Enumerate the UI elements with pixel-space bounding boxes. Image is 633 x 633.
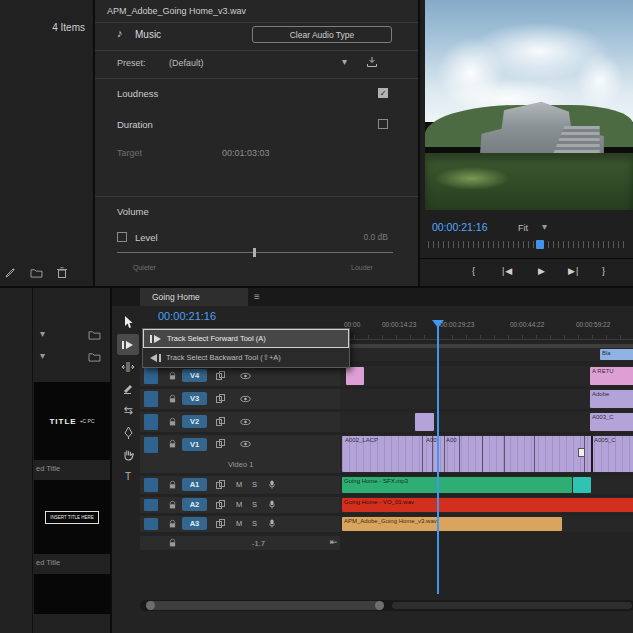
source-patch-v1[interactable] bbox=[144, 437, 158, 453]
delete-trash-icon[interactable] bbox=[57, 267, 67, 278]
program-playhead-marker[interactable] bbox=[536, 240, 544, 249]
sync-lock-icon[interactable] bbox=[216, 371, 225, 380]
zoom-handle-right[interactable] bbox=[375, 601, 384, 610]
tool-track-select-forward[interactable] bbox=[117, 334, 139, 355]
clip-a1-sting[interactable] bbox=[573, 477, 591, 493]
loudness-checkbox[interactable]: ✓ bbox=[378, 88, 388, 98]
sync-lock-icon[interactable] bbox=[216, 417, 225, 426]
title-template-thumbnail-2[interactable]: INSERT TITLE HERE bbox=[34, 480, 110, 554]
preset-chevron-down-icon[interactable]: ▾ bbox=[342, 56, 347, 67]
preset-value[interactable]: (Default) bbox=[169, 58, 204, 68]
flyout-item-track-select-backward[interactable]: Track Select Backward Tool (⇧+A) bbox=[143, 348, 349, 367]
filter2-chevron-down-icon[interactable]: ▾ bbox=[40, 350, 45, 361]
source-patch-a3[interactable] bbox=[144, 518, 158, 530]
tool-pen[interactable] bbox=[117, 422, 139, 443]
tool-selection[interactable] bbox=[117, 312, 139, 333]
tool-hand[interactable] bbox=[117, 444, 139, 465]
source-patch-v4[interactable] bbox=[144, 368, 158, 384]
source-patch-a2[interactable] bbox=[144, 499, 158, 511]
mark-out-button[interactable]: } bbox=[602, 266, 606, 276]
new-bin-folder-icon[interactable] bbox=[30, 268, 43, 278]
clear-audio-type-button[interactable]: Clear Audio Type bbox=[252, 26, 392, 43]
playhead-caret[interactable] bbox=[432, 320, 444, 328]
clip-black-video[interactable]: Bla bbox=[600, 349, 633, 360]
lock-icon[interactable] bbox=[168, 500, 177, 510]
clip-a2-vo[interactable]: Going Home - VO_01.wav bbox=[342, 498, 633, 512]
step-back-button[interactable]: |◀ bbox=[502, 266, 513, 276]
tool-type[interactable]: T bbox=[117, 466, 139, 487]
panel-menu-icon[interactable]: ≡ bbox=[254, 291, 260, 302]
solo-button[interactable]: S bbox=[252, 480, 257, 489]
filter-chevron-down-icon[interactable]: ▾ bbox=[40, 328, 45, 339]
program-scrubber[interactable] bbox=[428, 241, 626, 248]
lock-icon[interactable] bbox=[168, 480, 177, 490]
lock-icon[interactable] bbox=[168, 394, 177, 404]
marker-in-icon[interactable]: ⇤ bbox=[330, 537, 338, 547]
level-slider-handle[interactable] bbox=[253, 248, 256, 257]
clip-a1-sfx[interactable]: Going Home - SFX.mp3 bbox=[342, 477, 572, 493]
clip-v2-right[interactable]: A003_C bbox=[590, 413, 633, 431]
mic-icon[interactable] bbox=[268, 518, 276, 529]
title-template-thumbnail-1[interactable]: TITLE +C PC bbox=[34, 382, 110, 460]
timeline-zoom-scrollbar-thumb[interactable] bbox=[146, 601, 384, 610]
sync-lock-icon[interactable] bbox=[216, 480, 225, 489]
clip-a3-music[interactable]: APM_Adobe_Going Home_v3.wav bbox=[342, 517, 562, 531]
browse2-folder-icon[interactable] bbox=[88, 352, 101, 362]
title-template-thumbnail-3[interactable] bbox=[34, 574, 110, 614]
solo-button[interactable]: S bbox=[252, 500, 257, 509]
sync-lock-icon[interactable] bbox=[216, 519, 225, 528]
mute-button[interactable]: M bbox=[236, 500, 242, 509]
mark-in-button[interactable]: { bbox=[472, 266, 476, 276]
track-target-v1[interactable]: V1 bbox=[182, 438, 207, 451]
mic-icon[interactable] bbox=[268, 499, 276, 510]
save-preset-icon[interactable] bbox=[366, 56, 378, 68]
timeline-ruler[interactable]: 00:00 00:00:14:23 00:00:29:23 00:00:44:2… bbox=[340, 318, 633, 340]
step-forward-button[interactable]: ▶| bbox=[568, 266, 579, 276]
new-item-pen-icon[interactable] bbox=[5, 267, 16, 278]
program-timecode[interactable]: 00:00:21:16 bbox=[432, 221, 487, 233]
mute-button[interactable]: M bbox=[236, 519, 242, 528]
eye-icon[interactable] bbox=[240, 372, 251, 380]
flyout-item-track-select-forward[interactable]: Track Select Forward Tool (A) bbox=[143, 329, 349, 348]
timeline-scrollbar-secondary[interactable] bbox=[392, 602, 632, 609]
timeline-timecode[interactable]: 00:00:21:16 bbox=[158, 310, 216, 322]
sync-lock-icon[interactable] bbox=[216, 394, 225, 403]
lock-icon[interactable] bbox=[168, 538, 177, 548]
track-target-a3[interactable]: A3 bbox=[182, 517, 207, 530]
clip-v4-left[interactable] bbox=[346, 367, 364, 385]
track-target-v3[interactable]: V3 bbox=[182, 392, 207, 405]
sequence-tab[interactable]: Going Home bbox=[140, 288, 248, 306]
source-patch-v3[interactable] bbox=[144, 391, 158, 407]
source-patch-v2[interactable] bbox=[144, 414, 158, 430]
transition-icon[interactable] bbox=[578, 448, 585, 457]
clip-v1-sequence[interactable]: A002_LACP A00 A00 A005_C bbox=[342, 436, 633, 472]
tool-slip[interactable]: ⇆ bbox=[117, 400, 139, 421]
duration-checkbox[interactable] bbox=[378, 119, 388, 129]
tool-ripple-edit[interactable] bbox=[117, 356, 139, 377]
level-checkbox[interactable] bbox=[117, 232, 127, 242]
sync-lock-icon[interactable] bbox=[216, 500, 225, 509]
eye-icon[interactable] bbox=[240, 418, 251, 426]
lock-icon[interactable] bbox=[168, 439, 177, 449]
zoom-fit-select[interactable]: Fit bbox=[518, 223, 528, 233]
clip-v3-right[interactable]: Adobe bbox=[590, 390, 633, 408]
eye-icon[interactable] bbox=[240, 440, 251, 448]
playhead-line[interactable] bbox=[437, 326, 439, 594]
program-video-preview[interactable] bbox=[425, 0, 633, 210]
source-patch-a1[interactable] bbox=[144, 478, 158, 492]
browse-folder-icon[interactable] bbox=[88, 330, 101, 340]
track-target-v4[interactable]: V4 bbox=[182, 369, 207, 382]
fit-chevron-down-icon[interactable]: ▾ bbox=[542, 221, 547, 232]
sync-lock-icon[interactable] bbox=[216, 439, 225, 448]
track-target-v2[interactable]: V2 bbox=[182, 415, 207, 428]
tool-razor[interactable] bbox=[117, 378, 139, 399]
lock-icon[interactable] bbox=[168, 519, 177, 529]
master-level-value[interactable]: -1.7 bbox=[252, 539, 265, 548]
track-target-a1[interactable]: A1 bbox=[182, 478, 207, 491]
clip-v4-right[interactable]: A RETU bbox=[590, 367, 633, 385]
mic-icon[interactable] bbox=[268, 479, 276, 490]
eye-icon[interactable] bbox=[240, 395, 251, 403]
lock-icon[interactable] bbox=[168, 371, 177, 381]
lock-icon[interactable] bbox=[168, 417, 177, 427]
mute-button[interactable]: M bbox=[236, 480, 242, 489]
